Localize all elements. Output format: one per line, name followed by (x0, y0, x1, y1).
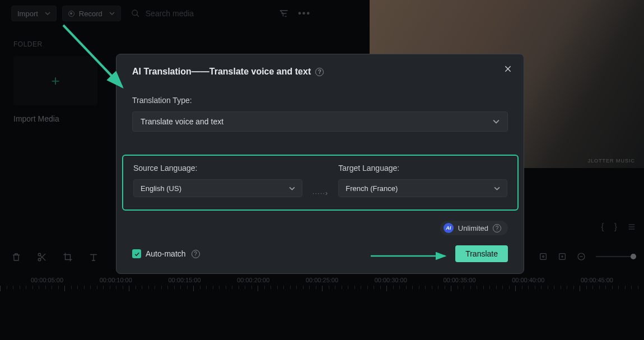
chevron-down-icon (289, 185, 295, 192)
modal-bottom-row: Auto-match ? Translate (132, 245, 508, 262)
modal-title: AI Translation——Translate voice and text (132, 67, 311, 77)
unlimited-badge: AI Unlimited ? (440, 221, 508, 235)
auto-match-checkbox[interactable] (132, 249, 141, 258)
target-language-label: Target Language: (338, 164, 507, 173)
source-language-col: Source Language: English (US) (133, 164, 302, 197)
target-language-col: Target Language: French (France) (338, 164, 507, 197)
modal-title-row: AI Translation——Translate voice and text… (132, 67, 508, 77)
translation-type-value: Translate voice and text (141, 117, 223, 126)
help-icon[interactable]: ? (315, 68, 324, 76)
chevron-down-icon (493, 118, 500, 125)
help-icon[interactable]: ? (192, 250, 200, 258)
help-icon[interactable]: ? (493, 224, 501, 232)
language-selection-highlight: Source Language: English (US) ·····› Tar… (122, 155, 519, 211)
target-language-value: French (France) (346, 184, 398, 193)
ai-icon: AI (444, 223, 454, 233)
auto-match-label: Auto-match (146, 249, 186, 258)
source-language-select[interactable]: English (US) (133, 179, 302, 197)
source-language-label: Source Language: (133, 164, 302, 173)
target-language-select[interactable]: French (France) (338, 179, 507, 197)
unlimited-label: Unlimited (458, 224, 488, 232)
close-button[interactable] (503, 64, 512, 76)
chevron-down-icon (494, 185, 500, 192)
translate-button[interactable]: Translate (455, 245, 508, 262)
translation-type-select[interactable]: Translate voice and text (132, 111, 508, 132)
translation-type-label: Translation Type: (132, 96, 508, 105)
source-language-value: English (US) (141, 184, 181, 193)
direction-arrow-icon: ·····› (312, 189, 328, 197)
